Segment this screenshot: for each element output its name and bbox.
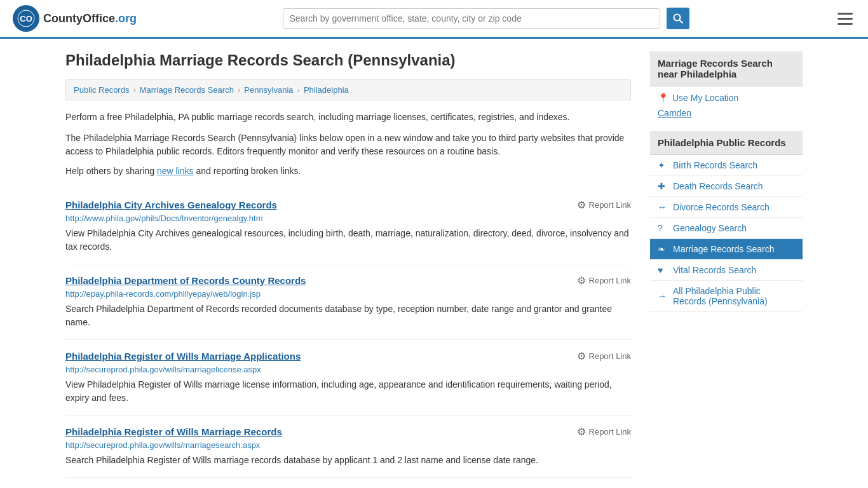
record-url-1[interactable]: http://epay.phila-records.com/phillyepay… <box>65 289 631 299</box>
sidebar-item-all-philadelphia-public-records-(pennsylvania)[interactable]: → All Philadelphia Public Records (Penns… <box>650 281 803 312</box>
search-input[interactable] <box>283 8 660 29</box>
sidebar-icon-5: ♥ <box>658 265 668 275</box>
breadcrumb-philadelphia[interactable]: Philadelphia <box>304 85 349 95</box>
sidebar-link-5[interactable]: Vital Records Search <box>673 265 756 275</box>
report-icon-3: ⚙ <box>577 426 586 438</box>
public-records-section: Philadelphia Public Records ✦ Birth Reco… <box>650 131 803 312</box>
report-link-0[interactable]: ⚙ Report Link <box>577 199 631 211</box>
sidebar-icon-4: ❧ <box>658 244 668 254</box>
breadcrumb-public-records[interactable]: Public Records <box>74 85 129 95</box>
report-link-2[interactable]: ⚙ Report Link <box>577 350 631 362</box>
nearby-header: Marriage Records Search near Philadelphi… <box>650 51 803 86</box>
breadcrumb: Public Records › Marriage Records Search… <box>65 79 631 100</box>
record-entry: Philadelphia Department of Records Count… <box>65 264 631 340</box>
record-entry: Philadelphia Register of Wills Marriage … <box>65 416 631 478</box>
sidebar-link-4[interactable]: Marriage Records Search <box>673 244 775 254</box>
intro-text: Perform a free Philadelphia, PA public m… <box>65 111 631 124</box>
search-button[interactable] <box>667 8 689 29</box>
sidebar-item-death-records-search[interactable]: ✚ Death Records Search <box>650 176 803 197</box>
record-entry: Philadelphia Register of Wills Marriage … <box>65 340 631 416</box>
intro-text-2: The Philadelphia Marriage Records Search… <box>65 132 631 158</box>
sidebar-items-list: ✦ Birth Records Search ✚ Death Records S… <box>650 155 803 312</box>
svg-line-3 <box>679 20 682 24</box>
sidebar-link-6[interactable]: All Philadelphia Public Records (Pennsyl… <box>673 286 795 306</box>
sidebar-icon-0: ✦ <box>658 160 668 170</box>
record-title-0[interactable]: Philadelphia City Archives Genealogy Rec… <box>65 200 277 210</box>
svg-text:CO: CO <box>20 14 32 24</box>
sidebar-icon-1: ✚ <box>658 181 668 191</box>
new-links[interactable]: new links <box>157 166 194 176</box>
breadcrumb-marriage-records[interactable]: Marriage Records Search <box>140 85 234 95</box>
camden-link[interactable]: Camden <box>658 108 795 118</box>
public-records-header: Philadelphia Public Records <box>650 131 803 155</box>
location-icon: 📍 <box>658 93 668 103</box>
record-title-2[interactable]: Philadelphia Register of Wills Marriage … <box>65 351 301 362</box>
menu-button[interactable] <box>835 10 855 27</box>
sidebar-item-birth-records-search[interactable]: ✦ Birth Records Search <box>650 155 803 176</box>
report-link-3[interactable]: ⚙ Report Link <box>577 426 631 438</box>
record-desc-0: View Philadelphia City Archives genealog… <box>65 227 631 254</box>
logo-text: CountyOffice.org <box>43 12 137 25</box>
report-icon-0: ⚙ <box>577 199 586 211</box>
sidebar-icon-6: → <box>658 291 668 301</box>
record-desc-1: Search Philadelphia Department of Record… <box>65 302 631 329</box>
record-url-0[interactable]: http://www.phila.gov/phils/Docs/Inventor… <box>65 214 631 223</box>
report-icon-2: ⚙ <box>577 350 586 362</box>
record-url-3[interactable]: http://secureprod.phila.gov/wills/marria… <box>65 440 631 450</box>
sidebar-item-genealogy-search[interactable]: ? Genealogy Search <box>650 218 803 239</box>
help-text: Help others by sharing new links and rep… <box>65 166 631 176</box>
sidebar-link-3[interactable]: Genealogy Search <box>673 223 747 233</box>
sidebar-item-divorce-records-search[interactable]: ↔ Divorce Records Search <box>650 197 803 218</box>
sidebar-item-vital-records-search[interactable]: ♥ Vital Records Search <box>650 260 803 281</box>
sidebar-link-1[interactable]: Death Records Search <box>673 181 763 191</box>
records-list: Philadelphia City Archives Genealogy Rec… <box>65 189 631 478</box>
report-link-1[interactable]: ⚙ Report Link <box>577 274 631 287</box>
sidebar: Marriage Records Search near Philadelphi… <box>650 51 803 478</box>
sidebar-item-marriage-records-search[interactable]: ❧ Marriage Records Search <box>650 239 803 260</box>
record-desc-2: View Philadelphia Register of Wills marr… <box>65 378 631 405</box>
record-entry: Philadelphia City Archives Genealogy Rec… <box>65 189 631 264</box>
use-location-button[interactable]: 📍 Use My Location <box>658 93 795 103</box>
nearby-section: Marriage Records Search near Philadelphi… <box>650 51 803 125</box>
location-section: 📍 Use My Location Camden <box>650 86 803 125</box>
sidebar-icon-3: ? <box>658 223 668 233</box>
record-desc-3: Search Philadelphia Register of Wills ma… <box>65 454 631 467</box>
record-url-2[interactable]: http://secureprod.phila.gov/wills/marria… <box>65 365 631 374</box>
record-title-3[interactable]: Philadelphia Register of Wills Marriage … <box>65 426 282 437</box>
record-title-1[interactable]: Philadelphia Department of Records Count… <box>65 275 306 286</box>
sidebar-link-0[interactable]: Birth Records Search <box>673 160 757 170</box>
report-icon-1: ⚙ <box>577 274 586 287</box>
sidebar-link-2[interactable]: Divorce Records Search <box>673 202 770 212</box>
logo[interactable]: CO CountyOffice.org <box>13 5 137 32</box>
breadcrumb-pennsylvania[interactable]: Pennsylvania <box>244 85 293 95</box>
logo-icon: CO <box>13 5 39 32</box>
page-title: Philadelphia Marriage Records Search (Pe… <box>65 51 631 69</box>
sidebar-icon-2: ↔ <box>658 202 668 212</box>
